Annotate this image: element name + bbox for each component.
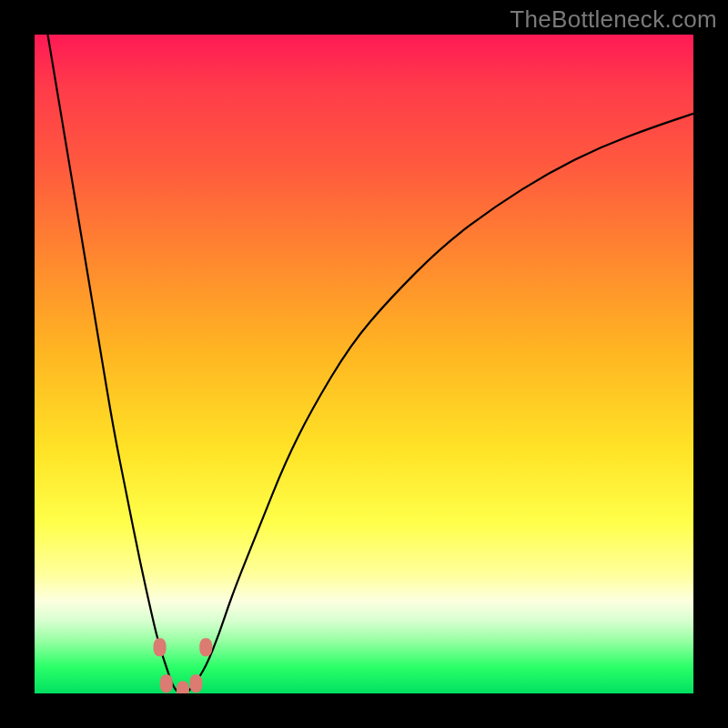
plot-area	[35, 35, 693, 693]
curve-marker	[177, 681, 189, 693]
curve-marker	[154, 638, 167, 656]
watermark-text: TheBottleneck.com	[510, 5, 717, 34]
curve-path	[47, 35, 693, 693]
curve-marker	[160, 674, 173, 693]
chart-frame: TheBottleneck.com	[0, 0, 728, 728]
curve-svg	[35, 35, 693, 693]
curve-markers	[154, 638, 213, 693]
curve-marker	[199, 638, 212, 656]
curve-marker	[189, 674, 202, 693]
bottleneck-curve	[47, 35, 693, 693]
